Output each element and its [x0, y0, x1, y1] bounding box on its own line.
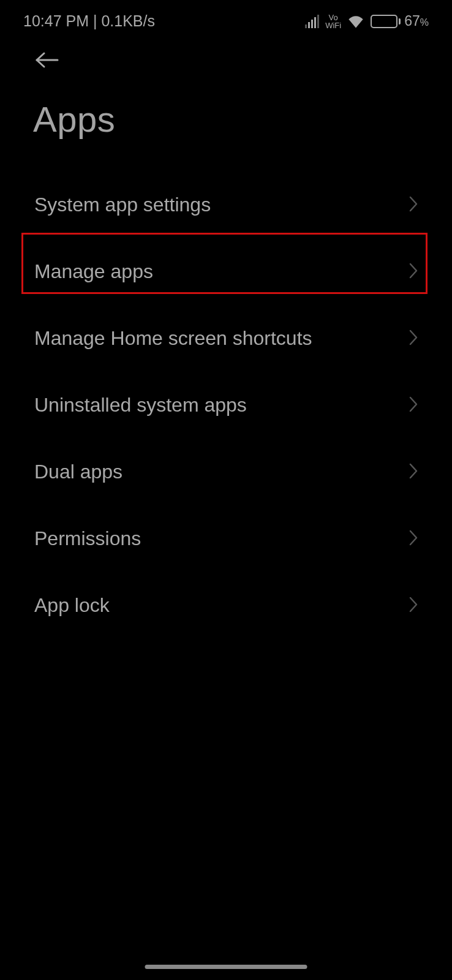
- chevron-right-icon: [409, 463, 418, 481]
- chevron-right-icon: [409, 196, 418, 214]
- list-item-label: System app settings: [34, 194, 211, 216]
- status-left: 10:47 PM | 0.1KB/s: [23, 12, 155, 30]
- chevron-right-icon: [409, 263, 418, 281]
- arrow-left-icon: [34, 51, 59, 69]
- battery-icon: 67%: [371, 13, 429, 29]
- menu-uninstalled-system-apps[interactable]: Uninstalled system apps: [0, 372, 452, 439]
- chevron-right-icon: [409, 597, 418, 615]
- list-item-label: Uninstalled system apps: [34, 394, 247, 417]
- list-item-label: Manage apps: [34, 260, 153, 283]
- settings-list: System app settings Manage apps Manage H…: [0, 172, 452, 639]
- chevron-right-icon: [409, 530, 418, 548]
- chevron-right-icon: [409, 330, 418, 348]
- menu-manage-home-screen-shortcuts[interactable]: Manage Home screen shortcuts: [0, 305, 452, 372]
- battery-percentage: 67: [404, 13, 420, 29]
- status-bar: 10:47 PM | 0.1KB/s Vo WiFi 67%: [0, 0, 452, 36]
- back-button[interactable]: [0, 36, 452, 78]
- status-network-speed: 0.1KB/s: [101, 12, 155, 30]
- page-title: Apps: [0, 78, 452, 172]
- home-indicator[interactable]: [145, 965, 307, 969]
- chevron-right-icon: [409, 396, 418, 415]
- menu-app-lock[interactable]: App lock: [0, 572, 452, 639]
- status-right: Vo WiFi 67%: [305, 13, 429, 29]
- list-item-label: App lock: [34, 594, 110, 617]
- vowifi-icon: Vo WiFi: [325, 13, 341, 29]
- menu-system-app-settings[interactable]: System app settings: [0, 172, 452, 238]
- wifi-icon: [347, 15, 364, 28]
- menu-manage-apps[interactable]: Manage apps: [0, 238, 452, 305]
- status-time: 10:47 PM: [23, 12, 89, 30]
- list-item-label: Manage Home screen shortcuts: [34, 327, 312, 350]
- status-separator: |: [89, 12, 101, 30]
- cellular-signal-icon: [305, 15, 319, 28]
- menu-dual-apps[interactable]: Dual apps: [0, 439, 452, 505]
- menu-permissions[interactable]: Permissions: [0, 505, 452, 572]
- list-item-label: Permissions: [34, 527, 141, 550]
- list-item-label: Dual apps: [34, 461, 122, 483]
